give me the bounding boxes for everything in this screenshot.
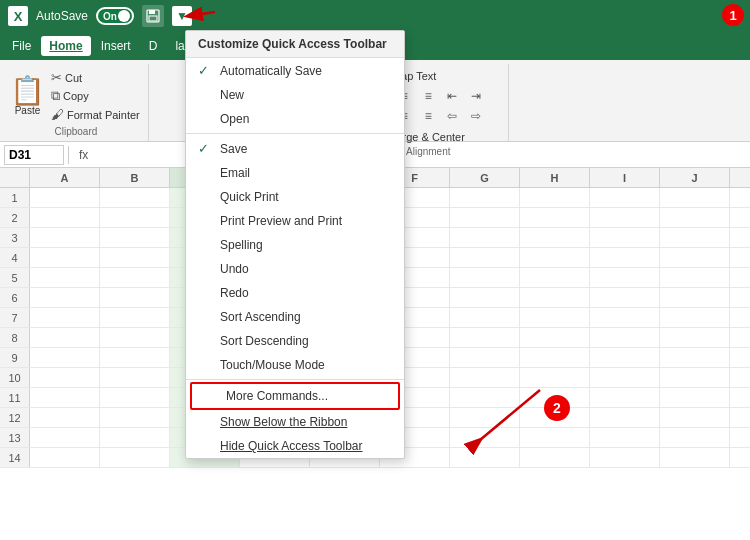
grid-cell[interactable] bbox=[30, 228, 100, 247]
grid-cell[interactable] bbox=[590, 428, 660, 447]
grid-cell[interactable] bbox=[730, 348, 750, 367]
grid-cell[interactable] bbox=[450, 328, 520, 347]
grid-cell[interactable] bbox=[100, 368, 170, 387]
grid-cell[interactable] bbox=[520, 308, 590, 327]
grid-cell[interactable] bbox=[30, 288, 100, 307]
dropdown-menu-item[interactable]: New bbox=[186, 83, 404, 107]
dropdown-menu-item[interactable]: Sort Descending bbox=[186, 329, 404, 353]
dropdown-menu-item[interactable]: Hide Quick Access Toolbar bbox=[186, 434, 404, 458]
dropdown-menu-item[interactable]: Sort Ascending bbox=[186, 305, 404, 329]
grid-cell[interactable] bbox=[730, 188, 750, 207]
grid-cell[interactable] bbox=[590, 208, 660, 227]
rtl-button[interactable]: ⇦ bbox=[441, 107, 463, 125]
dropdown-menu-item[interactable]: Spelling bbox=[186, 233, 404, 257]
grid-cell[interactable] bbox=[730, 428, 750, 447]
grid-cell[interactable] bbox=[30, 428, 100, 447]
col-header-a[interactable]: A bbox=[30, 168, 100, 187]
dropdown-menu-item[interactable]: Touch/Mouse Mode bbox=[186, 353, 404, 377]
grid-cell[interactable] bbox=[520, 268, 590, 287]
grid-cell[interactable] bbox=[450, 248, 520, 267]
grid-cell[interactable] bbox=[520, 248, 590, 267]
grid-cell[interactable] bbox=[660, 268, 730, 287]
dropdown-menu-item[interactable]: Quick Print bbox=[186, 185, 404, 209]
grid-cell[interactable] bbox=[590, 288, 660, 307]
grid-cell[interactable] bbox=[590, 228, 660, 247]
autosave-toggle[interactable]: On bbox=[96, 7, 134, 25]
grid-cell[interactable] bbox=[660, 408, 730, 427]
grid-cell[interactable] bbox=[520, 328, 590, 347]
grid-cell[interactable] bbox=[730, 208, 750, 227]
grid-cell[interactable] bbox=[590, 188, 660, 207]
grid-cell[interactable] bbox=[660, 288, 730, 307]
grid-cell[interactable] bbox=[450, 288, 520, 307]
dropdown-menu-item[interactable]: Show Below the Ribbon bbox=[186, 410, 404, 434]
dropdown-menu-item[interactable]: More Commands... bbox=[190, 382, 400, 410]
grid-cell[interactable] bbox=[660, 328, 730, 347]
indent-increase-button[interactable]: ⇥ bbox=[465, 87, 487, 105]
grid-cell[interactable] bbox=[590, 328, 660, 347]
grid-cell[interactable] bbox=[100, 268, 170, 287]
grid-cell[interactable] bbox=[520, 228, 590, 247]
grid-cell[interactable] bbox=[520, 188, 590, 207]
menu-file[interactable]: File bbox=[4, 36, 39, 56]
dropdown-menu-item[interactable]: Open bbox=[186, 107, 404, 131]
align-right-button[interactable]: ≡ bbox=[417, 107, 439, 125]
grid-cell[interactable] bbox=[30, 388, 100, 407]
grid-cell[interactable] bbox=[30, 208, 100, 227]
grid-cell[interactable] bbox=[660, 228, 730, 247]
align-bottom-button[interactable]: ≡ bbox=[417, 87, 439, 105]
grid-cell[interactable] bbox=[100, 388, 170, 407]
grid-cell[interactable] bbox=[590, 308, 660, 327]
col-header-j[interactable]: J bbox=[660, 168, 730, 187]
grid-cell[interactable] bbox=[730, 328, 750, 347]
dropdown-menu-item[interactable]: Undo bbox=[186, 257, 404, 281]
grid-cell[interactable] bbox=[100, 248, 170, 267]
grid-cell[interactable] bbox=[590, 388, 660, 407]
dropdown-menu-item[interactable]: Redo bbox=[186, 281, 404, 305]
grid-cell[interactable] bbox=[660, 248, 730, 267]
dropdown-menu-item[interactable]: ✓Automatically Save bbox=[186, 58, 404, 83]
col-header-b[interactable]: B bbox=[100, 168, 170, 187]
grid-cell[interactable] bbox=[730, 268, 750, 287]
grid-cell[interactable] bbox=[590, 348, 660, 367]
grid-cell[interactable] bbox=[520, 348, 590, 367]
grid-cell[interactable] bbox=[450, 228, 520, 247]
col-header-i[interactable]: I bbox=[590, 168, 660, 187]
format-painter-button[interactable]: 🖌 Format Painter bbox=[49, 106, 142, 123]
grid-cell[interactable] bbox=[100, 188, 170, 207]
menu-draw[interactable]: D bbox=[141, 36, 166, 56]
grid-cell[interactable] bbox=[660, 368, 730, 387]
grid-cell[interactable] bbox=[100, 408, 170, 427]
grid-cell[interactable] bbox=[100, 308, 170, 327]
grid-cell[interactable] bbox=[30, 448, 100, 467]
menu-home[interactable]: Home bbox=[41, 36, 90, 56]
ltr-button[interactable]: ⇨ bbox=[465, 107, 487, 125]
grid-cell[interactable] bbox=[450, 188, 520, 207]
grid-cell[interactable] bbox=[660, 448, 730, 467]
grid-cell[interactable] bbox=[30, 308, 100, 327]
grid-cell[interactable] bbox=[450, 268, 520, 287]
grid-cell[interactable] bbox=[590, 368, 660, 387]
menu-insert[interactable]: Insert bbox=[93, 36, 139, 56]
dropdown-menu-item[interactable]: ✓Save bbox=[186, 136, 404, 161]
grid-cell[interactable] bbox=[450, 348, 520, 367]
grid-cell[interactable] bbox=[730, 448, 750, 467]
grid-cell[interactable] bbox=[450, 208, 520, 227]
grid-cell[interactable] bbox=[100, 348, 170, 367]
grid-cell[interactable] bbox=[730, 228, 750, 247]
col-header-k[interactable]: K bbox=[730, 168, 750, 187]
grid-cell[interactable] bbox=[660, 208, 730, 227]
grid-cell[interactable] bbox=[30, 408, 100, 427]
grid-cell[interactable] bbox=[730, 308, 750, 327]
copy-button[interactable]: ⧉ Copy bbox=[49, 87, 142, 105]
grid-cell[interactable] bbox=[30, 368, 100, 387]
dropdown-menu-item[interactable]: Email bbox=[186, 161, 404, 185]
col-header-h[interactable]: H bbox=[520, 168, 590, 187]
grid-cell[interactable] bbox=[730, 288, 750, 307]
grid-cell[interactable] bbox=[520, 288, 590, 307]
grid-cell[interactable] bbox=[660, 308, 730, 327]
grid-cell[interactable] bbox=[660, 188, 730, 207]
grid-cell[interactable] bbox=[730, 408, 750, 427]
grid-cell[interactable] bbox=[730, 368, 750, 387]
grid-cell[interactable] bbox=[100, 328, 170, 347]
